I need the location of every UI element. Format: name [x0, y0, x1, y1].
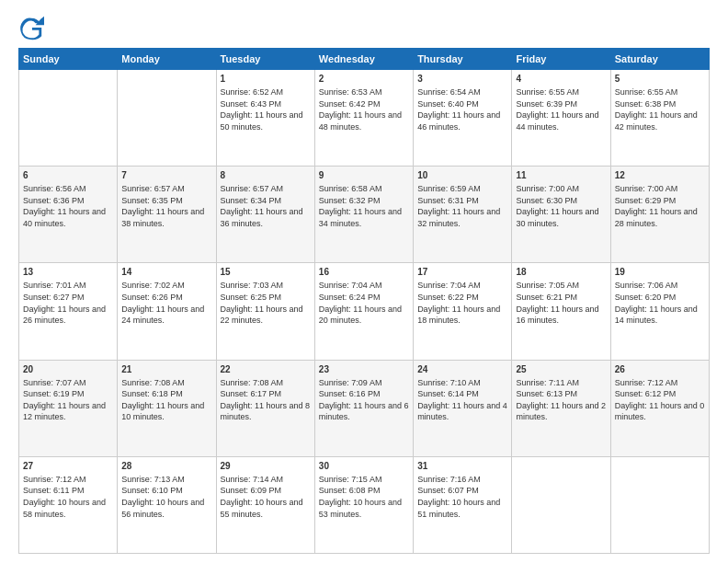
day-number: 11	[516, 169, 606, 182]
calendar-cell: 8Sunrise: 6:57 AMSunset: 6:34 PMDaylight…	[216, 167, 314, 263]
day-info: Sunset: 6:14 PM	[417, 388, 507, 400]
day-info: Sunrise: 6:55 AM	[615, 86, 705, 98]
logo-icon	[18, 15, 44, 40]
day-number: 27	[23, 460, 113, 473]
day-info: Daylight: 11 hours and 4 minutes.	[417, 400, 507, 423]
day-info: Sunrise: 7:12 AM	[23, 474, 113, 486]
day-number: 1	[221, 73, 311, 86]
day-info: Sunset: 6:34 PM	[221, 195, 311, 207]
day-number: 5	[615, 73, 705, 86]
calendar-cell: 20Sunrise: 7:07 AMSunset: 6:19 PMDayligh…	[19, 360, 118, 456]
day-number: 17	[417, 266, 507, 279]
calendar-table: SundayMondayTuesdayWednesdayThursdayFrid…	[18, 48, 710, 554]
day-number: 18	[516, 266, 606, 279]
day-info: Daylight: 11 hours and 28 minutes.	[615, 206, 705, 229]
day-info: Sunrise: 7:10 AM	[417, 377, 507, 389]
calendar-cell: 19Sunrise: 7:06 AMSunset: 6:20 PMDayligh…	[610, 263, 709, 360]
calendar-cell: 30Sunrise: 7:15 AMSunset: 6:08 PMDayligh…	[314, 456, 413, 553]
day-info: Daylight: 10 hours and 53 minutes.	[319, 497, 409, 520]
day-number: 4	[516, 73, 606, 86]
day-info: Sunrise: 7:08 AM	[221, 377, 311, 389]
day-info: Sunrise: 7:15 AM	[319, 474, 409, 486]
day-info: Daylight: 11 hours and 44 minutes.	[516, 109, 606, 132]
day-info: Sunrise: 6:56 AM	[23, 183, 113, 195]
day-info: Sunset: 6:42 PM	[319, 98, 409, 110]
day-info: Sunset: 6:19 PM	[23, 388, 113, 400]
day-number: 3	[417, 73, 507, 86]
calendar-cell: 13Sunrise: 7:01 AMSunset: 6:27 PMDayligh…	[19, 263, 118, 360]
day-info: Sunset: 6:31 PM	[417, 195, 507, 207]
day-info: Sunrise: 6:55 AM	[516, 86, 606, 98]
day-number: 30	[319, 460, 409, 473]
calendar-cell: 31Sunrise: 7:16 AMSunset: 6:07 PMDayligh…	[414, 456, 512, 553]
calendar-cell: 21Sunrise: 7:08 AMSunset: 6:18 PMDayligh…	[118, 360, 216, 456]
day-number: 7	[121, 169, 211, 182]
calendar-week-row: 27Sunrise: 7:12 AMSunset: 6:11 PMDayligh…	[19, 456, 710, 553]
day-number: 23	[319, 363, 409, 376]
day-info: Sunrise: 6:53 AM	[319, 86, 409, 98]
day-info: Daylight: 10 hours and 51 minutes.	[417, 497, 507, 520]
day-info: Sunset: 6:07 PM	[417, 485, 507, 497]
day-info: Daylight: 10 hours and 58 minutes.	[23, 497, 113, 520]
calendar-cell: 3Sunrise: 6:54 AMSunset: 6:40 PMDaylight…	[414, 70, 512, 167]
day-info: Sunset: 6:12 PM	[615, 388, 705, 400]
calendar-week-row: 20Sunrise: 7:07 AMSunset: 6:19 PMDayligh…	[19, 360, 710, 456]
header	[18, 15, 710, 40]
day-info: Daylight: 11 hours and 18 minutes.	[417, 304, 507, 327]
day-number: 9	[319, 169, 409, 182]
calendar-cell: 1Sunrise: 6:52 AMSunset: 6:43 PMDaylight…	[216, 70, 314, 167]
day-info: Sunset: 6:13 PM	[516, 388, 606, 400]
day-info: Sunrise: 7:04 AM	[319, 280, 409, 292]
weekday-header-row: SundayMondayTuesdayWednesdayThursdayFrid…	[19, 49, 710, 70]
day-info: Sunset: 6:32 PM	[319, 195, 409, 207]
day-info: Daylight: 11 hours and 50 minutes.	[221, 109, 311, 132]
day-info: Sunrise: 7:00 AM	[516, 183, 606, 195]
calendar-cell: 15Sunrise: 7:03 AMSunset: 6:25 PMDayligh…	[216, 263, 314, 360]
day-info: Daylight: 11 hours and 26 minutes.	[23, 304, 113, 327]
day-info: Sunset: 6:09 PM	[221, 485, 311, 497]
day-info: Sunrise: 7:03 AM	[221, 280, 311, 292]
day-info: Daylight: 11 hours and 42 minutes.	[615, 109, 705, 132]
calendar-week-row: 1Sunrise: 6:52 AMSunset: 6:43 PMDaylight…	[19, 70, 710, 167]
calendar-cell: 27Sunrise: 7:12 AMSunset: 6:11 PMDayligh…	[19, 456, 118, 553]
day-number: 13	[23, 266, 113, 279]
calendar-cell: 4Sunrise: 6:55 AMSunset: 6:39 PMDaylight…	[512, 70, 610, 167]
day-info: Sunrise: 7:01 AM	[23, 280, 113, 292]
day-info: Sunset: 6:18 PM	[121, 388, 211, 400]
calendar-cell: 11Sunrise: 7:00 AMSunset: 6:30 PMDayligh…	[512, 167, 610, 263]
calendar-cell	[512, 456, 610, 553]
weekday-header-saturday: Saturday	[610, 49, 709, 70]
weekday-header-monday: Monday	[118, 49, 216, 70]
day-info: Sunset: 6:29 PM	[615, 195, 705, 207]
day-info: Sunrise: 7:00 AM	[615, 183, 705, 195]
day-info: Sunset: 6:22 PM	[417, 292, 507, 304]
day-number: 10	[417, 169, 507, 182]
day-info: Daylight: 11 hours and 8 minutes.	[221, 400, 311, 423]
calendar-cell: 29Sunrise: 7:14 AMSunset: 6:09 PMDayligh…	[216, 456, 314, 553]
day-info: Sunset: 6:39 PM	[516, 98, 606, 110]
day-number: 25	[516, 363, 606, 376]
day-info: Sunrise: 7:11 AM	[516, 377, 606, 389]
day-info: Daylight: 11 hours and 16 minutes.	[516, 304, 606, 327]
day-info: Sunset: 6:25 PM	[221, 292, 311, 304]
calendar-cell: 26Sunrise: 7:12 AMSunset: 6:12 PMDayligh…	[610, 360, 709, 456]
day-number: 28	[121, 460, 211, 473]
calendar-cell: 23Sunrise: 7:09 AMSunset: 6:16 PMDayligh…	[314, 360, 413, 456]
day-info: Sunset: 6:36 PM	[23, 195, 113, 207]
day-info: Sunrise: 6:59 AM	[417, 183, 507, 195]
day-info: Sunrise: 7:12 AM	[615, 377, 705, 389]
calendar-cell: 14Sunrise: 7:02 AMSunset: 6:26 PMDayligh…	[118, 263, 216, 360]
day-info: Sunset: 6:30 PM	[516, 195, 606, 207]
day-info: Daylight: 11 hours and 38 minutes.	[121, 206, 211, 229]
day-info: Sunset: 6:20 PM	[615, 292, 705, 304]
day-info: Daylight: 11 hours and 40 minutes.	[23, 206, 113, 229]
calendar-cell	[610, 456, 709, 553]
day-info: Daylight: 11 hours and 2 minutes.	[516, 400, 606, 423]
day-info: Sunset: 6:17 PM	[221, 388, 311, 400]
day-info: Sunrise: 7:05 AM	[516, 280, 606, 292]
weekday-header-friday: Friday	[512, 49, 610, 70]
weekday-header-thursday: Thursday	[414, 49, 512, 70]
calendar-cell	[118, 70, 216, 167]
weekday-header-sunday: Sunday	[19, 49, 118, 70]
day-number: 12	[615, 169, 705, 182]
